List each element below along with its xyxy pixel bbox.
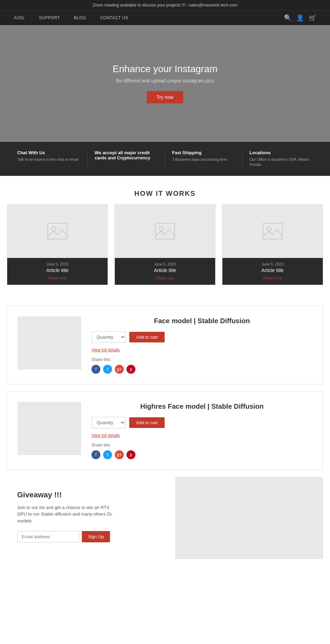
- product-actions-1: Quantity 1 2 3 Add to cart: [91, 331, 312, 343]
- nav-support[interactable]: SUPPORT: [39, 15, 60, 20]
- product-actions-2: Quantity 1 2 3 Add to cart: [91, 417, 312, 428]
- article-image-2: [115, 205, 215, 258]
- svg-point-1: [52, 227, 56, 231]
- svg-point-5: [267, 227, 271, 231]
- product-card-1: Face model | Stable Diffusion Quantity 1…: [7, 306, 323, 384]
- share-pinterest-1[interactable]: p: [126, 365, 135, 374]
- article-info-2: June 5, 2023 Article title Read now: [115, 258, 215, 285]
- feature-payment: We accept all major credit cards and Cry…: [88, 150, 165, 168]
- article-info-3: June 5, 2023 Article title Read now: [222, 258, 323, 285]
- share-googleplus-2[interactable]: g+: [115, 450, 124, 459]
- quantity-select-2[interactable]: Quantity 1 2 3: [91, 417, 126, 428]
- product-info-1: Face model | Stable Diffusion Quantity 1…: [91, 316, 312, 374]
- read-now-1[interactable]: Read now: [48, 276, 67, 281]
- article-date-2: June 5, 2023: [119, 262, 211, 266]
- user-icon[interactable]: 👤: [296, 14, 304, 22]
- nav-icons: 🔍 👤 🛒: [284, 14, 316, 22]
- share-twitter-2[interactable]: t: [103, 450, 112, 459]
- share-twitter-1[interactable]: t: [103, 365, 112, 374]
- share-facebook-2[interactable]: f: [91, 450, 100, 459]
- article-card-2: June 5, 2023 Article title Read now: [114, 204, 216, 285]
- article-image-1: [7, 205, 108, 258]
- article-title-3: Article title: [227, 268, 319, 273]
- share-pinterest-2[interactable]: p: [126, 450, 135, 459]
- product-image-2: [18, 402, 81, 455]
- articles-grid: June 5, 2023 Article title Read now June…: [0, 204, 330, 299]
- article-image-3: [222, 205, 323, 258]
- nav-blog[interactable]: BLOG: [74, 15, 86, 20]
- share-googleplus-1[interactable]: g+: [115, 365, 124, 374]
- navigation: AI/DL ‹ SUPPORT ‹ BLOG ‹ CONTACT US 🔍 👤 …: [0, 10, 330, 25]
- article-card-1: June 5, 2023 Article title Read now: [7, 204, 108, 285]
- share-icons-2: f t g+ p: [91, 450, 312, 459]
- feature-locations: Locations Our Office is located in USA, …: [243, 150, 320, 168]
- giveaway-section: Giveaway !!! Join to our list and get a …: [7, 477, 323, 559]
- hero-cta-button[interactable]: Try now: [147, 91, 183, 103]
- cart-icon[interactable]: 🛒: [309, 14, 316, 22]
- search-icon[interactable]: 🔍: [284, 14, 292, 22]
- how-it-works-title: HOW IT WORKS: [0, 176, 330, 204]
- signup-button[interactable]: Sign Up: [82, 531, 110, 542]
- add-to-cart-button-1[interactable]: Add to cart: [129, 332, 165, 342]
- read-now-2[interactable]: Read now: [156, 276, 174, 281]
- svg-point-3: [160, 227, 164, 231]
- giveaway-text: Join to our list and get a chance to win…: [17, 504, 113, 524]
- quantity-select-1[interactable]: Quantity 1 2 3: [91, 331, 126, 343]
- features-bar: Chat With Us Talk to an expert in live c…: [0, 142, 330, 176]
- article-date-3: June 5, 2023: [227, 262, 319, 266]
- share-label-1: Share this:: [91, 357, 312, 362]
- top-banner: Zoom meeting available to discuss your p…: [0, 0, 330, 10]
- giveaway-right-image: [175, 477, 323, 559]
- view-details-link-2[interactable]: View full details: [91, 433, 312, 438]
- product-info-2: Highres Face model | Stable Diffusion Qu…: [91, 402, 312, 459]
- product-title-2: Highres Face model | Stable Diffusion: [91, 402, 312, 411]
- svg-rect-4: [263, 223, 282, 239]
- feature-shipping: Fast Shipping 3 Business days processing…: [165, 150, 243, 168]
- giveaway-title: Giveaway !!!: [17, 490, 165, 499]
- nav-links: AI/DL ‹ SUPPORT ‹ BLOG ‹ CONTACT US: [14, 15, 128, 21]
- hero-section: Enhance your Instagram Be different and …: [0, 25, 330, 142]
- view-details-link-1[interactable]: View full details: [91, 348, 312, 352]
- product-card-2: Highres Face model | Stable Diffusion Qu…: [7, 391, 323, 470]
- nav-aidl[interactable]: AI/DL: [14, 15, 25, 20]
- article-title-2: Article title: [119, 268, 211, 273]
- giveaway-left: Giveaway !!! Join to our list and get a …: [7, 477, 175, 559]
- article-card-3: June 5, 2023 Article title Read now: [222, 204, 323, 285]
- product-title-1: Face model | Stable Diffusion: [91, 316, 312, 325]
- article-info-1: June 5, 2023 Article title Read now: [7, 258, 108, 285]
- hero-title: Enhance your Instagram: [112, 64, 217, 75]
- share-facebook-1[interactable]: f: [91, 365, 100, 374]
- nav-contact[interactable]: CONTACT US: [100, 15, 128, 20]
- article-title-1: Article title: [11, 268, 103, 273]
- hero-subtitle: Be different and upload unique Instagram…: [116, 78, 214, 83]
- read-now-3[interactable]: Read now: [263, 276, 282, 281]
- product-image-1: [18, 316, 81, 370]
- svg-rect-2: [155, 223, 175, 239]
- email-input[interactable]: [17, 531, 79, 542]
- add-to-cart-button-2[interactable]: Add to cart: [129, 417, 165, 428]
- article-date-1: June 5, 2023: [11, 262, 103, 266]
- share-icons-1: f t g+ p: [91, 365, 312, 374]
- email-row: Sign Up: [17, 531, 165, 542]
- feature-chat: Chat With Us Talk to an expert in live c…: [10, 150, 88, 168]
- svg-rect-0: [48, 223, 67, 239]
- share-label-2: Share this:: [91, 443, 312, 448]
